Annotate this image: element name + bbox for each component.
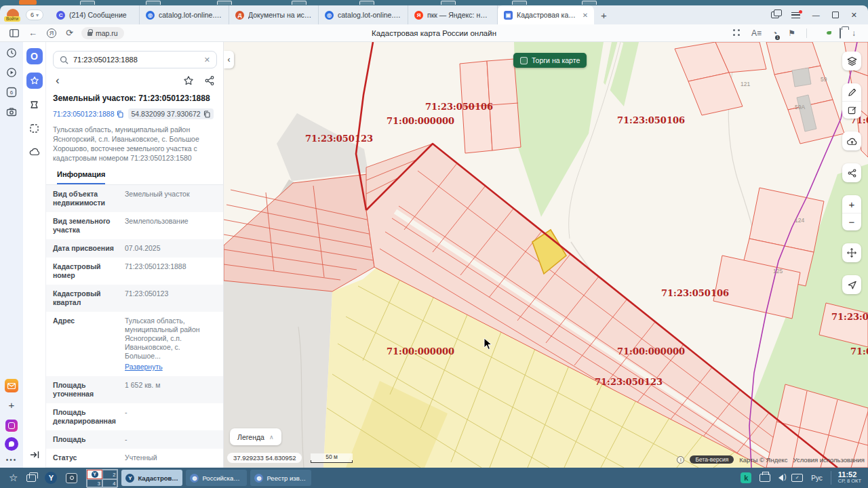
search-input[interactable] [73,56,199,64]
info-row: Дата присвоения 07.04.2025 [46,239,223,258]
wallet-icon[interactable] [840,28,841,38]
locate-button[interactable] [842,275,861,294]
copy-icon[interactable] [117,110,123,118]
auctions-checkbox[interactable] [520,57,528,64]
language-indicator[interactable]: Рус [811,474,823,482]
tabs-count-icon[interactable]: 6 [6,87,17,98]
cadastral-quarter-label: 71:23:050106 [617,115,685,125]
screenshot-app-taskbar-icon[interactable] [66,473,77,483]
browser-menu-icon[interactable] [791,12,800,18]
cadastral-quarter-label: 71:00:000000 [617,346,685,357]
info-icon[interactable]: i [677,456,684,464]
zoom-out-button[interactable]: − [842,213,861,230]
new-tab-button[interactable]: + [601,9,607,21]
select-area-tool[interactable] [26,120,43,136]
map-ru-logo[interactable]: O [26,48,43,64]
volume-tray-icon[interactable] [778,474,783,481]
screenshot-icon[interactable] [6,106,17,117]
display-tray-icon[interactable]: ✓ [791,474,803,482]
cadastral-map[interactable]: 1215959А124125 71:23:05010671:00:0000007… [224,42,868,468]
tab-information[interactable]: Информация [46,170,223,185]
yandex-home-icon[interactable]: Я [47,28,56,38]
cadastral-quarter-label: 71:23:050123 [595,377,663,387]
task-reestr[interactable]: ◍ Реестр извещени… [250,470,311,486]
auctions-toggle[interactable]: Торги на карте [513,53,587,68]
close-tab-icon[interactable]: ✕ [583,12,588,19]
yandex-mail-icon[interactable] [5,379,18,392]
terms-link[interactable]: Условия использования [793,456,865,464]
zoom-in-button[interactable]: + [842,195,861,213]
layers-button[interactable] [842,52,861,70]
share-icon[interactable] [204,75,215,86]
copy-icon[interactable] [203,110,210,118]
cadastral-map-canvas[interactable]: 1215959А124125 71:23:05010671:00:0000007… [224,42,868,468]
cadastral-quarter-label: 71:23:050106 [661,288,729,298]
history-icon[interactable] [6,47,17,58]
cursor-coordinates: 37.929233 54.830952 [227,453,302,463]
task-rossiyskaya[interactable]: ◍ Российская опер… [186,470,247,486]
bookmark-icon[interactable]: ⚑ [788,28,795,38]
upload-button[interactable] [842,131,861,150]
downloads-icon[interactable]: ↓ [852,28,856,38]
back-button[interactable]: ← [28,28,37,38]
collapse-sidebar-icon[interactable] [29,450,40,460]
media-icon[interactable] [6,67,17,78]
tab-yandex-search[interactable]: Я пкк — Яндекс: нашлось [408,5,498,24]
tab-documents[interactable]: Д Документы на исполне [229,5,319,24]
panel-collapse-button[interactable]: ‹ [224,51,234,68]
task-cadastral-map[interactable]: Y Кадастровая кар… [121,470,182,486]
pan-button[interactable] [842,243,861,262]
collections-icon[interactable] [733,29,741,37]
cadastral-number-link[interactable]: 71:23:050123:1888 [53,110,123,118]
legend-button[interactable]: Легенда ∧ [230,428,281,445]
clock[interactable]: 11:52 СР, 8 ОКТ [831,471,861,485]
address-bar[interactable]: map.ru [81,27,124,39]
more-icon[interactable]: ••• [6,456,18,464]
notification-badge: 1 [775,35,780,40]
workspace-4[interactable]: 4 [102,479,118,488]
panel-actions: ‹ [56,75,215,86]
favorites-tool-active[interactable] [26,73,43,89]
browser-task-icon: ◍ [190,474,199,483]
windows-taskbar-icon[interactable] [26,474,36,482]
desktop-screen: Войти 6▾ C (214) Сообщение ◎ catalog.lot… [0,0,868,488]
favorite-star-icon[interactable] [183,75,194,86]
minimize-button[interactable]: — [812,11,820,19]
clear-search-icon[interactable]: ✕ [204,56,210,64]
sidebar-toggle-icon[interactable] [9,29,19,37]
search-icon [60,56,68,64]
desktop-folder-icon [512,1,527,5]
workspace-2[interactable]: 2 [102,470,118,479]
coordinates-chip[interactable]: 54.832099 37.930672 [128,108,214,119]
notifications-icon[interactable]: ◔1 [772,28,777,38]
search-box[interactable]: ✕ [53,51,217,68]
profile-avatar[interactable]: Войти [7,9,19,21]
tab-messages[interactable]: C (214) Сообщение [50,5,140,24]
tab-groups-icon[interactable] [771,12,779,18]
add-panel-icon[interactable]: + [9,399,15,411]
tab-counter[interactable]: 6▾ [26,9,43,20]
workspace-3[interactable]: 3 [87,479,102,488]
share-map-button[interactable] [842,163,861,182]
tab-cadastral-map-active[interactable]: ▣ Кадастровая карта Ро ✕ [498,5,594,24]
alice-assistant-icon[interactable] [5,437,18,451]
kaspersky-tray-icon[interactable]: k [741,472,751,483]
close-window-button[interactable]: ✕ [851,11,857,20]
favorites-taskbar-icon[interactable]: ☆ [9,472,18,484]
reader-mode-icon[interactable]: A≡ [751,28,762,38]
printer-tray-icon[interactable] [760,474,770,482]
expand-address-link[interactable]: Развернуть [125,363,216,371]
measure-tool[interactable] [26,96,43,113]
tab-lot-online-2[interactable]: ◎ catalog.lot-online.ru/inde [319,5,408,24]
cloud-tool[interactable] [26,144,43,160]
yandex-browser-taskbar-icon[interactable]: Y [45,472,57,484]
yandex-apps-icon[interactable] [5,420,18,432]
workspace-1-active[interactable]: Y [87,470,102,479]
maximize-button[interactable] [832,12,839,18]
info-table: Вид объекта недвижимости Земельный участ… [46,185,223,468]
back-icon[interactable]: ‹ [56,76,60,85]
edit-button[interactable] [842,101,861,119]
pencil-button[interactable] [842,83,861,101]
tab-lot-online-1[interactable]: ◎ catalog.lot-online.ru/inde [140,5,229,24]
reload-icon[interactable]: ⟳ [66,28,73,38]
